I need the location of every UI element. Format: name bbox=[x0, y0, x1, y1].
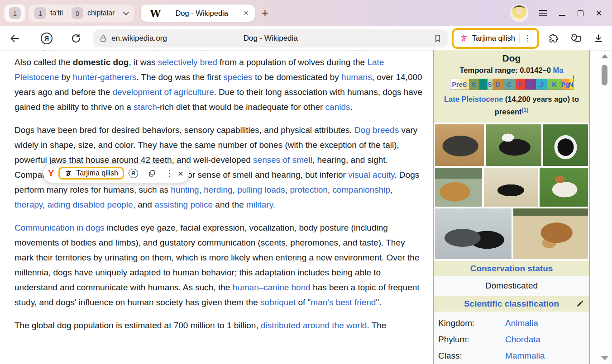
text-run: , bbox=[199, 185, 204, 194]
conservation-status-link[interactable]: Conservation status bbox=[470, 264, 553, 273]
reference-link[interactable]: [1] bbox=[521, 107, 528, 113]
geological-timescale[interactable]: PreЄ Є O S D C P T bbox=[450, 79, 574, 90]
divider bbox=[161, 169, 161, 178]
text-link[interactable]: development of agriculture bbox=[113, 87, 214, 97]
taxon-link[interactable]: Chordata bbox=[505, 335, 540, 345]
text-link[interactable]: species bbox=[223, 72, 252, 82]
window-close-button[interactable]: × bbox=[596, 8, 602, 19]
scroll-up-arrow-icon[interactable] bbox=[601, 54, 608, 58]
active-tab[interactable]: W Dog - Wikipedia × bbox=[141, 5, 255, 22]
text-link[interactable]: visual acuity bbox=[348, 170, 394, 180]
new-tab-button[interactable]: + bbox=[261, 6, 268, 20]
text-link[interactable]: starch bbox=[134, 102, 157, 112]
text-link[interactable]: hunter-gatherers bbox=[73, 72, 136, 82]
timescale-segment[interactable]: T bbox=[525, 79, 536, 90]
timescale-segment[interactable]: D bbox=[492, 79, 503, 90]
dog-photo[interactable] bbox=[435, 208, 512, 259]
scrollbar-thumb[interactable] bbox=[602, 65, 607, 85]
timescale-segment[interactable]: Є bbox=[469, 79, 479, 90]
text-link[interactable]: hunting bbox=[171, 185, 199, 194]
menu-icon[interactable] bbox=[539, 10, 547, 16]
address-bar[interactable]: en.wikipedia.org Dog - Wikipedia bbox=[93, 29, 448, 47]
text-link[interactable]: military bbox=[246, 200, 273, 209]
text-link[interactable]: Ma bbox=[553, 66, 564, 74]
scroll-down-arrow-icon[interactable] bbox=[601, 356, 608, 360]
group-item-label[interactable]: chiptalar bbox=[87, 9, 115, 17]
popup-close-icon[interactable]: × bbox=[178, 169, 183, 178]
text-link[interactable]: Communication in dogs bbox=[14, 223, 105, 232]
translate-options-kebab-icon[interactable]: ⋮ bbox=[524, 33, 531, 43]
dog-photo[interactable] bbox=[435, 168, 482, 207]
timescale-segment[interactable]: O bbox=[479, 79, 488, 90]
text-link[interactable]: human–canine bond bbox=[233, 283, 311, 292]
text-link[interactable]: therapy bbox=[14, 200, 43, 209]
dog-photo[interactable] bbox=[486, 124, 541, 166]
page-scrollbar[interactable] bbox=[598, 51, 611, 364]
minimize-button[interactable] bbox=[559, 15, 565, 16]
refresh-button[interactable] bbox=[71, 33, 81, 44]
timescale-segment[interactable]: Pg bbox=[562, 79, 569, 90]
text-link[interactable]: pulling loads bbox=[237, 185, 285, 194]
classification-header[interactable]: Scientific classification bbox=[434, 296, 589, 312]
divider bbox=[143, 169, 143, 178]
downloads-button[interactable] bbox=[593, 33, 604, 44]
url-domain[interactable]: en.wikipedia.org bbox=[111, 34, 167, 43]
conservation-status-header[interactable]: Conservation status bbox=[434, 261, 589, 276]
dog-photo[interactable] bbox=[484, 168, 537, 207]
text-link[interactable]: senses of smell bbox=[253, 155, 312, 165]
text-run: -rich diet that would be inadequate for … bbox=[157, 102, 325, 112]
timescale-segment[interactable]: J bbox=[536, 79, 547, 90]
text-link[interactable]: man's best friend bbox=[311, 298, 376, 307]
timescale-segment[interactable]: PreЄ bbox=[450, 79, 469, 90]
text-link[interactable]: gray wolf bbox=[350, 51, 384, 51]
yandex-start-button[interactable]: Я bbox=[41, 33, 53, 44]
text-link[interactable]: Late Pleistocene bbox=[444, 95, 503, 103]
copy-button[interactable] bbox=[148, 169, 156, 178]
dog-photo[interactable] bbox=[435, 124, 484, 166]
timescale-segment[interactable]: K bbox=[547, 79, 562, 90]
dog-photo[interactable] bbox=[543, 124, 588, 166]
taxon-link[interactable]: Animalia bbox=[505, 318, 538, 328]
text-link[interactable]: distributed around the world bbox=[261, 321, 367, 330]
tab-close-icon[interactable]: × bbox=[243, 8, 249, 18]
yandex-logo[interactable]: Y bbox=[48, 168, 54, 179]
edit-pencil-icon[interactable] bbox=[576, 300, 584, 307]
text-link[interactable]: assisting police bbox=[154, 200, 213, 209]
text-link[interactable]: protection bbox=[290, 185, 327, 194]
maximize-button[interactable] bbox=[578, 10, 583, 16]
yandex-search-icon[interactable]: Я bbox=[129, 169, 138, 178]
text-link[interactable]: selectively bred bbox=[158, 57, 217, 67]
tab-group-pill[interactable]: 1 ta'til 0 chiptalar bbox=[29, 5, 134, 22]
popup-kebab-icon[interactable]: ⋮ bbox=[166, 169, 173, 178]
timescale-segment[interactable]: C bbox=[503, 79, 516, 90]
text-link[interactable]: aiding disabled people bbox=[48, 200, 133, 209]
bookmark-button[interactable] bbox=[433, 34, 442, 43]
clipped-first-line: The dog (Canis familiaris or Canis lupus… bbox=[14, 51, 423, 54]
taxon-link[interactable]: Mammalia bbox=[505, 351, 545, 361]
collapsed-tab-group[interactable]: 1 bbox=[5, 5, 25, 22]
timescale-segment[interactable]: P bbox=[516, 79, 525, 90]
text-link[interactable]: canids bbox=[325, 102, 350, 112]
text-link[interactable]: Dog breeds bbox=[354, 125, 399, 135]
tabs-panel-button[interactable] bbox=[570, 33, 582, 44]
back-button[interactable] bbox=[9, 33, 20, 44]
text-run: dog bbox=[32, 51, 48, 51]
dog-photo[interactable] bbox=[513, 208, 588, 259]
text-link[interactable]: sobriquet bbox=[260, 298, 296, 307]
group-item-label[interactable]: ta'til bbox=[50, 9, 63, 17]
text-run: ) is a domesticated descendant of the bbox=[205, 51, 350, 51]
chevron-down-icon[interactable] bbox=[124, 9, 129, 15]
popup-translate-highlight[interactable]: Tarjima qilish bbox=[58, 167, 124, 180]
extensions-button[interactable] bbox=[548, 33, 559, 44]
translate-button[interactable]: Tarjima qilish ⋮ bbox=[454, 31, 536, 46]
classification-link[interactable]: Scientific classification bbox=[464, 299, 559, 308]
dog-photo[interactable] bbox=[540, 168, 588, 207]
profile-avatar[interactable] bbox=[512, 5, 527, 21]
text-run: , and bbox=[133, 200, 155, 209]
text-link[interactable]: companionship bbox=[332, 185, 390, 194]
divider bbox=[67, 8, 67, 18]
timescale-segment[interactable]: N bbox=[569, 79, 573, 90]
timescale-segment[interactable]: S bbox=[488, 79, 492, 90]
text-link[interactable]: herding bbox=[204, 185, 232, 194]
text-link[interactable]: humans bbox=[341, 72, 372, 82]
